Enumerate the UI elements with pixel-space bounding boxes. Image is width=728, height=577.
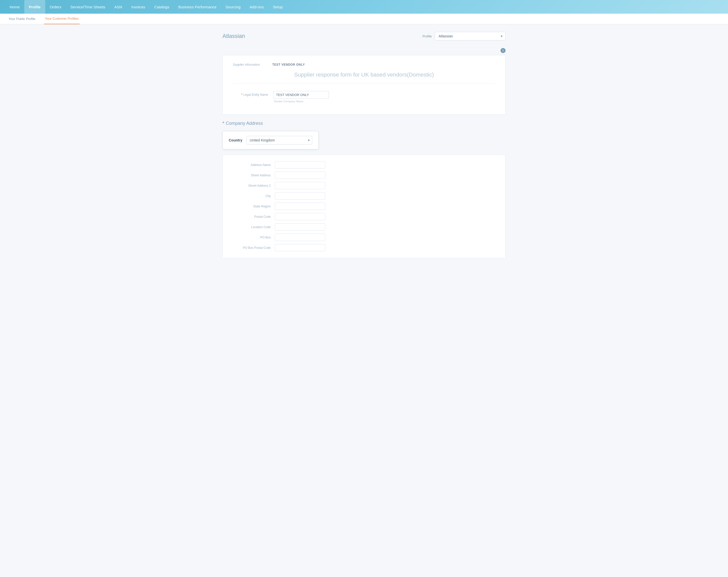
country-label: Country <box>229 138 242 142</box>
page-header: Atlassian Profile Atlassian <box>223 32 505 40</box>
country-select[interactable]: United Kingdom United States Germany Fra… <box>246 136 312 144</box>
supplier-info-label: Supplier Information <box>233 63 268 66</box>
nav-add-ons[interactable]: Add-ons <box>245 0 268 13</box>
legal-entity-group: *Legal Entity Name Vendor Company Name <box>233 91 495 103</box>
nav-home[interactable]: Home <box>5 0 24 13</box>
country-select-wrapper: United Kingdom United States Germany Fra… <box>246 136 312 144</box>
location-code-label: Location Code <box>230 225 271 229</box>
street-address-label: Street Address <box>230 173 271 177</box>
company-address-section: *Company Address Country United Kingdom … <box>223 121 505 258</box>
legal-entity-required-marker: * <box>241 93 242 97</box>
street-address-row: Street Address <box>223 170 505 181</box>
address-name-input[interactable] <box>275 161 325 168</box>
sub-navigation: Your Public Profile Your Customer Profil… <box>0 13 728 24</box>
legal-entity-content: Vendor Company Name <box>273 91 495 103</box>
supplier-info-row: Supplier Information TEST VENDOR ONLY <box>233 63 495 66</box>
postal-code-row: Postal Code <box>223 212 505 222</box>
profile-selector: Profile Atlassian <box>422 32 505 40</box>
legal-entity-input[interactable] <box>273 91 329 99</box>
city-label: City <box>230 194 271 198</box>
main-content: Atlassian Profile Atlassian i Supplier I… <box>212 24 516 266</box>
nav-setup[interactable]: Setup <box>268 0 287 13</box>
legal-entity-label: *Legal Entity Name <box>233 91 268 97</box>
supplier-info-value: TEST VENDOR ONLY <box>272 63 305 66</box>
nav-profile[interactable]: Profile <box>24 0 45 13</box>
legal-entity-hint: Vendor Company Name <box>274 100 495 103</box>
po-box-row: PO Box <box>223 232 505 243</box>
info-icon-row: i <box>223 48 505 53</box>
street-address-input[interactable] <box>275 171 325 179</box>
po-box-input[interactable] <box>275 234 325 241</box>
city-row: City <box>223 191 505 201</box>
nav-business-performance[interactable]: Business Performance <box>174 0 221 13</box>
nav-orders[interactable]: Orders <box>45 0 66 13</box>
nav-service-time-sheets[interactable]: Service/Time Sheets <box>66 0 110 13</box>
location-code-input[interactable] <box>275 223 325 231</box>
po-box-postal-code-row: PO Box Postal Code <box>223 243 505 253</box>
company-address-header: *Company Address <box>223 121 505 126</box>
state-region-row: State Region <box>223 201 505 212</box>
nav-catalogs[interactable]: Catalogs <box>150 0 174 13</box>
page-title: Atlassian <box>223 33 245 39</box>
address-name-label: Address Name <box>230 163 271 167</box>
address-fields-section: Address Name Street Address Street Addre… <box>223 154 505 258</box>
form-title: Supplier response form for UK based vend… <box>233 72 495 83</box>
profile-select-wrapper: Atlassian <box>435 32 505 40</box>
street-address-2-input[interactable] <box>275 182 325 189</box>
info-icon[interactable]: i <box>500 48 505 53</box>
state-region-input[interactable] <box>275 202 325 210</box>
po-box-postal-code-input[interactable] <box>275 244 325 251</box>
nav-asn[interactable]: ASN <box>110 0 127 13</box>
po-box-label: PO Box <box>230 236 271 239</box>
profile-select[interactable]: Atlassian <box>435 32 505 40</box>
top-navigation: Home Profile Orders Service/Time Sheets … <box>0 0 728 13</box>
postal-code-input[interactable] <box>275 213 325 220</box>
country-card: Country United Kingdom United States Ger… <box>223 131 318 149</box>
state-region-label: State Region <box>230 204 271 208</box>
street-address-2-row: Street Address 2 <box>223 181 505 191</box>
subnav-public-profile[interactable]: Your Public Profile <box>7 13 36 24</box>
nav-sourcing[interactable]: Sourcing <box>221 0 245 13</box>
profile-label: Profile <box>422 34 432 38</box>
address-name-row: Address Name <box>223 160 505 170</box>
company-address-required-marker: * <box>223 121 224 126</box>
nav-invoices[interactable]: Invoices <box>127 0 150 13</box>
supplier-info-card: Supplier Information TEST VENDOR ONLY Su… <box>223 55 505 115</box>
location-code-row: Location Code <box>223 222 505 232</box>
postal-code-label: Postal Code <box>230 215 271 219</box>
city-input[interactable] <box>275 192 325 199</box>
po-box-postal-code-label: PO Box Postal Code <box>230 246 271 250</box>
subnav-customer-profiles[interactable]: Your Customer Profiles <box>44 13 80 24</box>
street-address-2-label: Street Address 2 <box>230 184 271 188</box>
